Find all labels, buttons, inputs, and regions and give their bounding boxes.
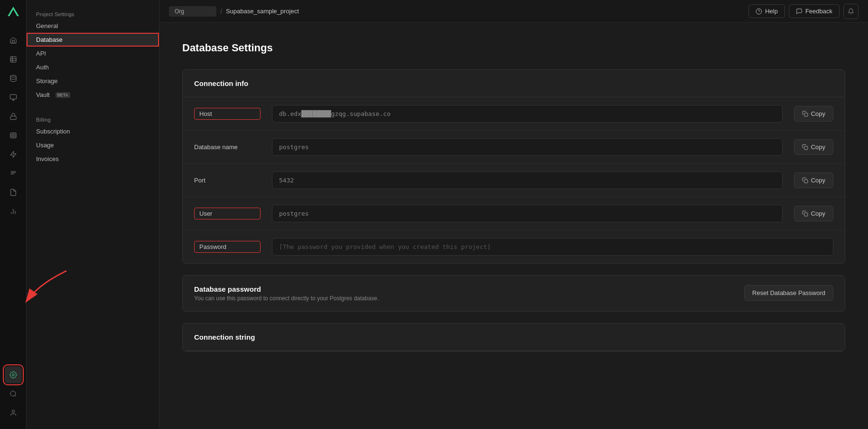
sidebar-item-storage[interactable]: Storage (27, 74, 159, 88)
sidebar-item-auth[interactable]: Auth (27, 60, 159, 74)
sidebar-item-label-database: Database (36, 36, 63, 43)
help-icon (756, 8, 762, 15)
port-value: 5432 (272, 172, 783, 189)
connection-info-section: Connection info Host db.edx████████gzqg.… (182, 69, 845, 264)
db-password-subtitle: You can use this password to connect dir… (194, 295, 379, 302)
copy-icon (802, 210, 808, 217)
password-row: Password [The password you provided when… (183, 230, 845, 263)
nav-icon-search[interactable] (5, 385, 22, 402)
breadcrumb-project: Supabase_sample_project (226, 8, 299, 15)
page-title: Database Settings (182, 42, 845, 54)
connection-string-header: Connection string (183, 324, 845, 351)
user-row: User postgres Copy (183, 197, 845, 230)
port-row: Port 5432 Copy (183, 164, 845, 197)
nav-icon-user[interactable] (5, 404, 22, 421)
host-label: Host (194, 108, 261, 120)
sidebar-item-invoices[interactable]: Invoices (27, 152, 159, 166)
icon-sidebar (0, 0, 27, 429)
dbname-copy-label: Copy (811, 143, 825, 151)
nav-icon-database[interactable] (5, 70, 22, 87)
vault-beta-badge: BETA (56, 92, 70, 98)
sidebar-item-label-api: API (36, 50, 46, 57)
db-password-header: Database password You can use this passw… (183, 276, 845, 311)
breadcrumb: Org / Supabase_sample_project (169, 6, 745, 17)
user-label: User (194, 208, 261, 219)
sidebar-item-vault[interactable]: Vault BETA (27, 88, 159, 102)
feedback-label: Feedback (805, 8, 832, 15)
feedback-button[interactable]: Feedback (789, 4, 840, 18)
sidebar-item-usage[interactable]: Usage (27, 138, 159, 152)
sidebar-item-label-invoices: Invoices (36, 155, 59, 162)
sidebar-item-subscription[interactable]: Subscription (27, 124, 159, 138)
project-settings-label: Project Settings (27, 8, 159, 19)
sidebar-item-api[interactable]: API (27, 47, 159, 60)
sidebar-item-label-general: General (36, 22, 58, 29)
port-copy-button[interactable]: Copy (794, 172, 833, 188)
copy-icon (802, 111, 808, 117)
svg-rect-5 (10, 116, 16, 119)
user-copy-button[interactable]: Copy (794, 206, 833, 221)
user-value: postgres (272, 205, 783, 222)
svg-rect-21 (804, 146, 808, 150)
help-button[interactable]: Help (748, 4, 785, 18)
connection-string-section: Connection string (182, 323, 845, 352)
main-panel: Org / Supabase_sample_project Help Feedb… (159, 0, 868, 429)
reset-password-button[interactable]: Reset Database Password (744, 285, 833, 301)
nav-icon-logs[interactable] (5, 165, 22, 182)
nav-icon-storage[interactable] (5, 127, 22, 144)
topbar-actions: Help Feedback (748, 4, 859, 19)
sidebar-item-general[interactable]: General (27, 19, 159, 33)
svg-rect-4 (10, 95, 16, 99)
svg-marker-7 (10, 151, 16, 157)
sidebar-item-label-storage: Storage (36, 77, 58, 85)
connection-info-title: Connection info (194, 79, 833, 87)
host-value: db.edx████████gzqg.supabase.co (272, 105, 783, 123)
nav-icon-analytics[interactable] (5, 203, 22, 220)
nav-icon-monitor[interactable] (5, 89, 22, 106)
connection-info-header: Connection info (183, 70, 845, 97)
text-sidebar: Project Settings General Database API Au… (27, 0, 159, 429)
svg-rect-23 (804, 213, 808, 216)
billing-label: Billing (27, 113, 159, 124)
nav-icon-home[interactable] (5, 32, 22, 49)
svg-point-3 (10, 75, 16, 77)
password-value: [The password you provided when you crea… (272, 238, 833, 256)
nav-icon-edge[interactable] (5, 146, 22, 163)
copy-icon (802, 177, 808, 183)
sidebar-item-label-subscription: Subscription (36, 128, 70, 135)
nav-icon-table[interactable] (5, 51, 22, 68)
dbname-label: Database name (194, 143, 261, 151)
copy-icon (802, 144, 808, 150)
svg-rect-22 (804, 180, 808, 183)
sidebar-item-label-auth: Auth (36, 64, 49, 71)
nav-icon-settings[interactable] (5, 366, 22, 383)
dbname-row: Database name postgres Copy (183, 131, 845, 164)
help-label: Help (765, 8, 778, 15)
connection-string-title: Connection string (194, 333, 833, 341)
password-label: Password (194, 241, 261, 253)
breadcrumb-separator: / (220, 8, 222, 15)
sidebar-item-label-usage: Usage (36, 142, 54, 149)
sidebar-item-database[interactable]: Database (27, 33, 159, 47)
port-label: Port (194, 177, 261, 184)
sidebar-item-label-vault: Vault (36, 91, 50, 98)
dbname-value: postgres (272, 138, 783, 156)
svg-rect-2 (10, 57, 16, 62)
host-copy-label: Copy (811, 110, 825, 117)
db-password-info: Database password You can use this passw… (194, 285, 379, 302)
feedback-icon (796, 8, 803, 15)
dbname-copy-button[interactable]: Copy (794, 139, 833, 155)
nav-icon-auth[interactable] (5, 108, 22, 125)
breadcrumb-org[interactable]: Org (169, 6, 216, 17)
db-password-title: Database password (194, 285, 379, 293)
svg-line-16 (15, 395, 16, 397)
svg-point-15 (10, 391, 16, 396)
app-logo[interactable] (7, 6, 20, 20)
notifications-button[interactable] (843, 4, 859, 19)
host-row: Host db.edx████████gzqg.supabase.co Copy (183, 97, 845, 131)
topbar: Org / Supabase_sample_project Help Feedb… (159, 0, 868, 23)
bell-icon (848, 8, 854, 15)
host-copy-button[interactable]: Copy (794, 106, 833, 122)
db-password-section: Database password You can use this passw… (182, 275, 845, 312)
nav-icon-reports[interactable] (5, 184, 22, 201)
